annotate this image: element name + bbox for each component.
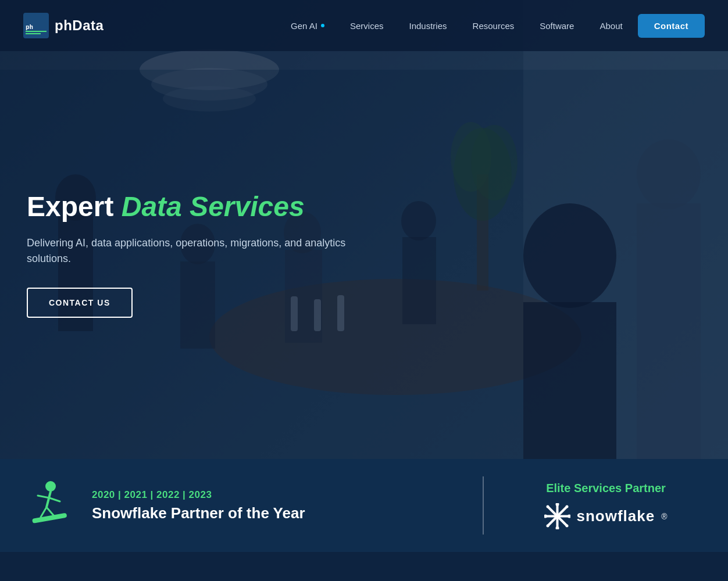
- nav-links: Gen AI Services Industries Resources Sof…: [280, 14, 705, 38]
- snowflake-logo: snowflake ®: [544, 503, 667, 529]
- nav-item-gen-ai[interactable]: Gen AI: [280, 15, 335, 37]
- navbar: ph phData Gen AI Services Industries Res…: [0, 0, 728, 51]
- svg-line-34: [41, 507, 47, 517]
- svg-line-33: [49, 498, 60, 501]
- hero-section: Expert Data Services Delivering AI, data…: [0, 0, 728, 459]
- svg-point-43: [544, 515, 547, 518]
- registered-mark: ®: [661, 512, 667, 521]
- hero-title: Expert Data Services: [27, 192, 387, 223]
- elite-label: Elite Services Partner: [546, 482, 666, 495]
- svg-point-44: [568, 515, 570, 518]
- partner-award-section: 2020 | 2021 | 2022 | 2023 Snowflake Part…: [0, 479, 483, 532]
- award-text-block: 2020 | 2021 | 2022 | 2023 Snowflake Part…: [92, 489, 305, 522]
- snowflake-brand-icon: [544, 503, 570, 529]
- svg-point-41: [556, 503, 559, 506]
- brand-name: phData: [55, 17, 104, 34]
- svg-text:ph: ph: [26, 23, 33, 31]
- elite-partner-section: Elite Services Partner snowflake ®: [484, 482, 728, 529]
- svg-point-42: [556, 526, 559, 529]
- svg-point-47: [566, 505, 569, 508]
- contact-button[interactable]: Contact: [638, 14, 705, 38]
- svg-point-48: [547, 525, 549, 528]
- snowboarder-icon: [26, 479, 73, 532]
- award-title: Snowflake Partner of the Year: [92, 504, 305, 522]
- logo-link[interactable]: ph phData: [23, 13, 104, 38]
- hero-subtitle: Delivering AI, data applications, operat…: [27, 235, 387, 267]
- award-years: 2020 | 2021 | 2022 | 2023: [92, 489, 305, 501]
- snowboarder-icon-wrap: [23, 479, 76, 532]
- svg-rect-36: [32, 513, 67, 523]
- svg-point-45: [547, 505, 549, 508]
- gen-ai-dot: [321, 24, 324, 27]
- nav-item-about[interactable]: About: [589, 15, 633, 37]
- svg-point-46: [566, 525, 569, 528]
- hero-cta-button[interactable]: CONTACT US: [27, 288, 133, 318]
- svg-line-32: [38, 496, 49, 498]
- partner-strip: 2020 | 2021 | 2022 | 2023 Snowflake Part…: [0, 459, 728, 552]
- hero-content: Expert Data Services Delivering AI, data…: [27, 192, 387, 318]
- svg-line-35: [47, 507, 54, 516]
- snowflake-brand-name: snowflake: [576, 507, 655, 525]
- nav-item-services[interactable]: Services: [340, 15, 394, 37]
- nav-item-software[interactable]: Software: [529, 15, 584, 37]
- svg-point-30: [45, 481, 56, 492]
- nav-item-resources[interactable]: Resources: [462, 15, 525, 37]
- svg-line-31: [47, 492, 51, 507]
- phdata-logo-icon: ph: [23, 13, 49, 38]
- nav-item-industries[interactable]: Industries: [399, 15, 458, 37]
